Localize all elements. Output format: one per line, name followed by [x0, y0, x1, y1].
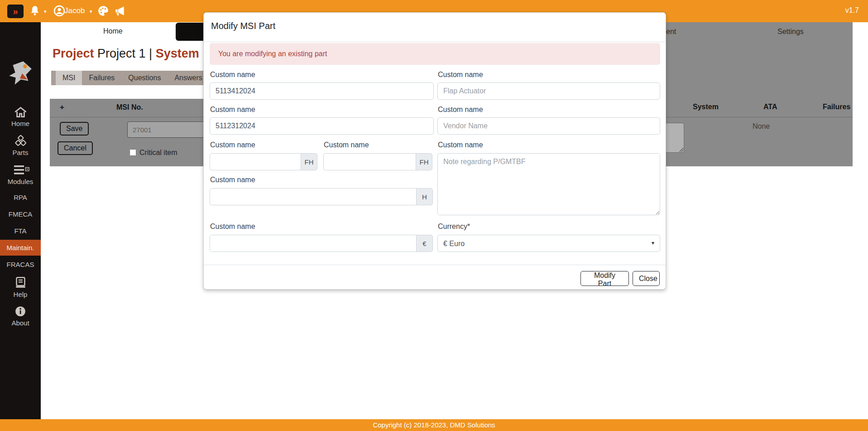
fh2-label: Custom name	[324, 141, 369, 149]
sidebar-item-about[interactable]: About	[0, 305, 41, 327]
vendor-no-input[interactable]	[210, 117, 434, 135]
sidebar-item-rpa[interactable]: RPA	[0, 194, 41, 201]
row-textarea-partial[interactable]	[666, 123, 684, 153]
page-title-suffix: System	[156, 47, 199, 60]
save-button[interactable]: Save	[60, 122, 89, 136]
about-info-icon	[14, 305, 26, 317]
app-logo-bird-icon	[6, 58, 34, 88]
footer-bar: Copyright (c) 2018-2023, DMD Solutions	[0, 419, 868, 431]
fh2-unit-addon: FH	[416, 153, 432, 170]
sidebar-item-label: Maintain.	[7, 244, 34, 252]
fh1-unit-addon: FH	[301, 153, 317, 170]
note-label: Custom name	[438, 141, 483, 149]
parts-icon	[14, 135, 27, 147]
app-root: » ▾ Jacob ▾ v1.7	[0, 0, 868, 431]
msi-no-input[interactable]	[127, 121, 206, 138]
modal-close-button[interactable]: Close	[633, 271, 660, 286]
tab-failures[interactable]: Failures	[82, 71, 121, 85]
sidebar: Home Parts Modules RPA	[0, 22, 41, 419]
modify-part-button[interactable]: Modify Part	[580, 271, 629, 286]
sidebar-item-label: FMECA	[9, 210, 33, 218]
copyright-text: Copyright (c) 2018-2023, DMD Solutions	[373, 421, 495, 429]
sidebar-item-fracas[interactable]: FRACAS	[0, 261, 41, 268]
theme-palette-icon[interactable]	[97, 5, 109, 17]
price-label: Custom name	[210, 223, 255, 231]
part-no-label: Custom name	[210, 71, 255, 79]
currency-label: Currency*	[438, 223, 470, 231]
nav-tab-partial[interactable]: ent	[666, 28, 676, 36]
modal-warning-alert: You are modifying an existing part	[210, 43, 660, 65]
page-title-prefix: Project	[53, 47, 94, 60]
part-name-input[interactable]	[437, 82, 660, 100]
critical-item-label: Critical item	[139, 149, 177, 157]
part-no-input[interactable]	[210, 82, 434, 100]
modal-header-divider	[204, 42, 666, 42]
sidebar-item-label: FTA	[14, 227, 26, 235]
vendor-name-label: Custom name	[438, 106, 483, 114]
table-header-divider	[50, 117, 203, 117]
user-avatar-icon[interactable]	[53, 5, 65, 17]
failures-cell-value: None	[753, 122, 770, 131]
help-icon	[15, 276, 26, 289]
fh1-input[interactable]	[210, 153, 301, 170]
table-band-right: ent Settings System ATA Failures None	[666, 22, 853, 166]
fh2-input[interactable]	[323, 153, 416, 170]
bell-caret-icon[interactable]: ▾	[44, 9, 47, 15]
column-header-ata: ATA	[763, 103, 777, 111]
part-name-label: Custom name	[438, 71, 483, 79]
table-header-divider	[666, 117, 853, 117]
tab-bar: MSI Failures Questions Answers	[51, 71, 205, 85]
sidebar-expand-button[interactable]: »	[7, 5, 24, 18]
modal-title: Modify MSI Part	[211, 21, 275, 31]
sidebar-item-label: RPA	[14, 194, 27, 201]
sidebar-item-maintain[interactable]: Maintain.	[0, 240, 41, 256]
hours-input[interactable]	[210, 188, 417, 205]
nav-tab-settings[interactable]: Settings	[777, 28, 804, 36]
vendor-name-input[interactable]	[437, 117, 660, 135]
sidebar-item-modules[interactable]: Modules	[0, 164, 41, 185]
column-header-failures: Failures	[823, 103, 850, 111]
app-version: v1.7	[845, 6, 859, 15]
sidebar-item-fmeca[interactable]: FMECA	[0, 210, 41, 218]
sidebar-item-home[interactable]: Home	[0, 107, 41, 127]
note-textarea[interactable]	[437, 153, 660, 215]
currency-select[interactable]: € Euro	[437, 235, 660, 252]
price-input[interactable]	[210, 235, 417, 252]
currency-select-wrap: € Euro ▾	[437, 235, 660, 252]
page-title-middle: Project 1 |	[94, 47, 156, 60]
hours-unit-addon: H	[417, 188, 433, 205]
page-title: Project Project 1 | System	[53, 47, 199, 61]
add-row-plus-icon[interactable]: +	[60, 103, 64, 112]
home-icon	[14, 107, 27, 118]
sidebar-item-label: Parts	[12, 149, 28, 156]
nav-tab-home[interactable]: Home	[103, 27, 123, 35]
tab-questions[interactable]: Questions	[121, 71, 168, 85]
sidebar-item-label: Modules	[8, 178, 34, 185]
sidebar-item-label: Help	[14, 291, 28, 298]
tab-msi[interactable]: MSI	[56, 71, 82, 85]
cancel-button[interactable]: Cancel	[58, 141, 93, 155]
modules-dropdown-icon	[26, 168, 29, 171]
user-name[interactable]: Jacob	[64, 6, 85, 15]
sidebar-item-label: FRACAS	[7, 261, 34, 268]
column-header-system: System	[693, 103, 719, 111]
sidebar-item-label: About	[11, 319, 29, 327]
sidebar-item-help[interactable]: Help	[0, 276, 41, 298]
user-caret-icon[interactable]: ▾	[90, 9, 92, 15]
price-currency-addon: €	[417, 235, 433, 252]
modal-footer-divider	[204, 265, 666, 265]
modules-icon	[11, 164, 29, 176]
modify-msi-part-modal: Modify MSI Part You are modifying an exi…	[203, 12, 666, 290]
table-band-left: + MSI No. Save Cancel Critical item	[50, 99, 203, 166]
sidebar-item-fta[interactable]: FTA	[0, 227, 41, 235]
column-header-msi-no: MSI No.	[116, 103, 143, 111]
critical-item-checkbox[interactable]	[129, 149, 136, 156]
resize-grip-icon[interactable]	[679, 147, 683, 152]
announcements-megaphone-icon[interactable]	[114, 5, 126, 17]
sidebar-item-label: Home	[11, 120, 29, 127]
notifications-bell-icon[interactable]	[29, 5, 41, 17]
sidebar-item-parts[interactable]: Parts	[0, 135, 41, 156]
hours-label: Custom name	[210, 176, 255, 184]
vendor-no-label: Custom name	[210, 106, 255, 114]
fh1-label: Custom name	[210, 141, 255, 149]
